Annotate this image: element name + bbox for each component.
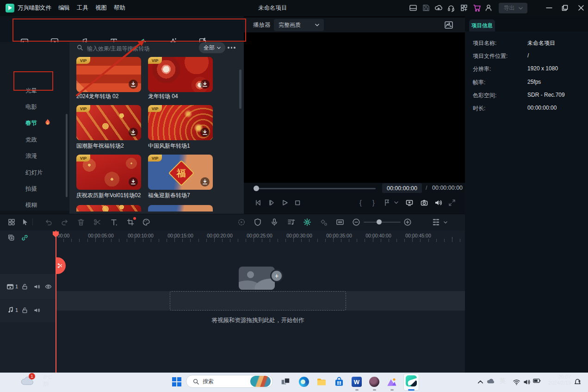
export-button[interactable]: 导出	[499, 3, 527, 13]
duplicate-icon[interactable]	[7, 234, 15, 242]
audio-track-mute-icon[interactable]	[33, 307, 40, 314]
transition-thumb-partial[interactable]	[148, 205, 213, 212]
onedrive-cloud-icon[interactable]	[487, 378, 495, 386]
sidebar-item-lens-flare[interactable]: 光晕	[25, 87, 37, 95]
close-button[interactable]	[577, 4, 585, 12]
shield-check-icon[interactable]	[254, 218, 262, 226]
volume-button[interactable]	[434, 199, 442, 207]
render-preview-icon[interactable]	[237, 218, 246, 226]
transition-thumb-5[interactable]: VIP	[76, 155, 141, 190]
apps-grid-icon[interactable]	[460, 4, 468, 12]
menu-tools[interactable]: 工具	[77, 4, 88, 12]
download-icon[interactable]	[200, 127, 210, 137]
word-icon[interactable]: W	[352, 377, 362, 387]
maximize-button[interactable]	[561, 4, 569, 12]
photos-mountain-icon[interactable]	[387, 377, 397, 387]
mirror-display-button[interactable]	[405, 199, 414, 207]
download-icon[interactable]	[200, 177, 210, 187]
smart-split-icon[interactable]	[303, 218, 311, 226]
support-headset-icon[interactable]	[447, 4, 455, 12]
mark-in-button[interactable]: {	[359, 199, 362, 206]
account-icon[interactable]	[484, 4, 493, 12]
quality-dropdown[interactable]: 完整画质	[274, 19, 324, 31]
file-explorer-icon[interactable]	[316, 377, 327, 387]
transition-thumb-2[interactable]: VIP	[148, 57, 213, 92]
audio-track-lock-icon[interactable]	[21, 307, 28, 314]
record-voiceover-icon[interactable]	[270, 218, 279, 226]
zoom-in-icon[interactable]	[403, 218, 412, 226]
add-media-plus-icon[interactable]: +	[270, 269, 283, 282]
wifi-icon[interactable]	[513, 378, 520, 386]
auto-ripple-link-icon[interactable]	[21, 234, 29, 242]
download-icon[interactable]	[128, 177, 138, 187]
delete-icon[interactable]	[77, 218, 85, 226]
transition-thumb-1[interactable]: VIP	[76, 57, 141, 92]
sidebar-item-party-gov[interactable]: 党政	[25, 136, 37, 144]
media-app-avatar-icon[interactable]	[369, 377, 379, 387]
track-manager-icon[interactable]	[431, 218, 440, 227]
quick-text-icon[interactable]	[110, 218, 118, 226]
sidebar-item-movie[interactable]: 电影	[25, 103, 37, 111]
next-frame-button[interactable]	[267, 199, 275, 207]
minimize-button[interactable]	[545, 4, 553, 12]
keyframe-icon[interactable]	[319, 218, 328, 226]
sidebar-scrollbar[interactable]	[66, 114, 68, 197]
timeline-zoom-slider[interactable]	[364, 222, 401, 223]
play-button[interactable]	[280, 199, 289, 207]
system-clock[interactable]: 20:07 2024/2/19	[535, 374, 571, 386]
menu-view[interactable]: 视图	[95, 4, 107, 12]
previous-frame-button[interactable]	[254, 199, 262, 207]
sidebar-item-shooting[interactable]: 拍摄	[25, 185, 37, 193]
video-track-mute-icon[interactable]	[33, 283, 40, 290]
seek-bar[interactable]	[254, 188, 376, 189]
audio-mixer-icon[interactable]	[287, 218, 295, 226]
track-manager-chevron-icon[interactable]	[444, 221, 447, 224]
download-icon[interactable]	[128, 127, 138, 137]
menu-file[interactable]: 文件	[40, 4, 51, 12]
timeline-zoom-handle[interactable]	[377, 219, 382, 224]
store-cart-icon[interactable]	[473, 4, 481, 12]
library-scrollbar[interactable]	[239, 69, 241, 109]
transition-thumb-partial[interactable]	[76, 205, 141, 212]
snapshot-camera-button[interactable]	[420, 199, 428, 207]
media-layout-icon[interactable]	[7, 218, 16, 226]
stop-button[interactable]	[293, 199, 302, 207]
sidebar-item-blur[interactable]: 模糊	[25, 201, 37, 209]
notification-bell-icon[interactable]	[574, 378, 582, 386]
tray-volume-icon[interactable]	[523, 378, 531, 386]
ime-indicator[interactable]: 英	[500, 377, 506, 385]
sidebar-item-spring-festival[interactable]: 春节	[25, 119, 37, 127]
weather-temp[interactable]: 8°C	[43, 374, 52, 380]
menu-edit[interactable]: 编辑	[58, 4, 70, 12]
redo-icon[interactable]	[61, 218, 69, 226]
zoom-out-icon[interactable]	[352, 218, 360, 226]
sidebar-item-romance[interactable]: 浪漫	[25, 152, 37, 160]
tray-expand-chevron-icon[interactable]	[477, 378, 484, 386]
download-icon[interactable]	[200, 79, 210, 89]
search-highlight-image[interactable]	[250, 376, 271, 387]
cloud-upload-icon[interactable]	[434, 4, 443, 12]
filmora-app-icon[interactable]	[406, 375, 417, 386]
transition-thumb-4[interactable]: VIP	[148, 105, 213, 140]
marker-button[interactable]	[383, 199, 391, 207]
start-button[interactable]	[172, 377, 181, 386]
transition-thumb-3[interactable]: VIP	[76, 105, 141, 140]
video-preview-area[interactable]	[244, 32, 465, 183]
select-tool-icon[interactable]	[21, 218, 29, 226]
weather-condition[interactable]: 阴	[43, 381, 49, 388]
color-palette-icon[interactable]	[142, 218, 150, 226]
save-icon[interactable]	[422, 4, 430, 12]
marker-chevron-icon[interactable]	[394, 201, 398, 204]
workspace-layout-icon[interactable]	[409, 4, 417, 12]
seek-handle[interactable]	[254, 186, 259, 191]
search-input[interactable]	[86, 44, 194, 54]
task-view-button[interactable]	[280, 377, 291, 387]
timeline-drop-zone[interactable]	[170, 291, 346, 311]
transition-thumb-6[interactable]: VIP 福	[148, 155, 213, 190]
taskbar-search[interactable]: 搜索	[186, 375, 273, 388]
playhead[interactable]	[56, 230, 56, 373]
fullscreen-button[interactable]	[448, 199, 456, 207]
download-icon[interactable]	[128, 79, 138, 89]
video-track-visibility-icon[interactable]	[45, 283, 52, 290]
video-scope-icon[interactable]	[444, 20, 453, 30]
